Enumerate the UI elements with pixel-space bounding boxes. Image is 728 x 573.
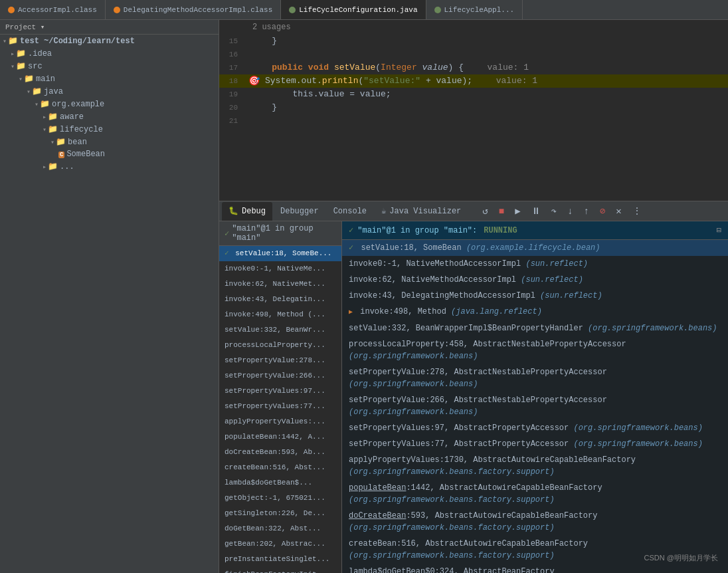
stack-item-1[interactable]: invoke0:-1, NativeMe... [219, 261, 341, 277]
stack-item-4[interactable]: invoke:498, Method (... [219, 307, 341, 322]
detail-entry-8[interactable]: setPropertyValue:266, AbstractNestablePr… [342, 392, 728, 420]
watermark-text: CSDN @明明如月学长 [644, 554, 718, 562]
detail-entry-11[interactable]: applyPropertyValues:1730, AbstractAutowi… [342, 452, 728, 480]
stack-item-19[interactable]: getBean:202, Abstrac... [219, 536, 341, 552]
tree-org-example[interactable]: ▾ 📁 org.example [0, 98, 219, 110]
stack-item-16[interactable]: getObject:-1, 675021... [219, 491, 341, 506]
detail-entry-15[interactable]: lambda$doGetBean$0:324, AbstractBeanFact… [342, 564, 728, 573]
detail-entry-5[interactable]: setValue:332, BeanWrapperImpl$BeanProper… [342, 320, 728, 336]
detail-method-3: invoke:43, DelegatingMethodAccessorImpl [349, 291, 540, 300]
stack-item-3[interactable]: invoke:43, Delegatin... [219, 292, 341, 307]
thread-header-label: "main"@1 in group "main" [232, 224, 336, 243]
detail-method-9: setPropertyValues:97, AbstractPropertyAc… [349, 423, 573, 433]
restart-button[interactable]: ↺ [480, 204, 490, 218]
tab-debug[interactable]: 🐛 Debug [222, 202, 272, 221]
tab-lifecycle-app[interactable]: LifecycleAppl... [426, 0, 523, 20]
tree-root[interactable]: ▾ 📁 test ~/Coding/learn/test [0, 35, 219, 47]
stack-item-11[interactable]: applyPropertyValues:... [219, 414, 341, 429]
tab-icon-delegating [114, 7, 120, 13]
stop-button[interactable]: ■ [496, 205, 507, 218]
stack-item-5[interactable]: setValue:332, BeanWr... [219, 322, 341, 338]
settings-button[interactable]: ⋮ [630, 204, 644, 218]
clear-button[interactable]: ✕ [613, 204, 624, 218]
tree-idea[interactable]: ▸ 📁 .idea [0, 47, 219, 60]
tree-somebean[interactable]: C SomeBean [0, 148, 219, 160]
tab-delegating[interactable]: DelegatingMethodAccessorImpl.class [106, 0, 281, 20]
stack-item-12[interactable]: populateBean:1442, A... [219, 429, 341, 445]
tree-aware[interactable]: ▸ 📁 aware [0, 110, 219, 123]
detail-entry-0[interactable]: ✓ setValue:18, SomeBean (org.example.lif… [342, 240, 728, 256]
tree-src[interactable]: ▾ 📁 src [0, 60, 219, 72]
tab-accessor[interactable]: AccessorImpl.class [0, 0, 106, 20]
tab-lifecycle-config[interactable]: LifeCycleConfiguration.java [281, 0, 426, 20]
tab-java-visualizer[interactable]: ☕ Java Visualizer [375, 202, 468, 221]
stack-item-6[interactable]: processLocalProperty... [219, 338, 341, 353]
pause-button[interactable]: ⏸ [529, 205, 543, 218]
code-line-20: 20 } [219, 101, 728, 114]
stack-item-21[interactable]: finishBeanFactoryInit... [219, 567, 341, 573]
step-into-button[interactable]: ↓ [565, 205, 575, 218]
stack-item-18[interactable]: doGetBean:322, Abst... [219, 521, 341, 536]
tab-label-accessor: AccessorImpl.class [18, 6, 97, 14]
detail-method-13: doCreateBean:593, AbstractAutowireCapabl… [349, 511, 597, 520]
stack-item-9[interactable]: setPropertyValues:97... [219, 384, 341, 399]
stack-item-20[interactable]: preInstantiateSinglet... [219, 552, 341, 567]
stack-list: ✓ "main"@1 in group "main" ✓ setValue:18… [219, 221, 342, 573]
line-content-15: } [246, 35, 728, 48]
tree-java[interactable]: ▾ 📁 java [0, 85, 219, 98]
folder-icon-main: 📁 [24, 74, 34, 84]
stack-item-14[interactable]: createBean:516, Abst... [219, 460, 341, 475]
stack-item-7[interactable]: setPropertyValue:278... [219, 353, 341, 368]
project-header-label: Project ▾ [5, 23, 45, 31]
detail-method-10: setPropertyValues:77, AbstractPropertyAc… [349, 439, 573, 449]
detail-method-5: setValue:332, BeanWrapperImpl$BeanProper… [349, 324, 588, 333]
detail-entry-12[interactable]: populateBean:1442, AbstractAutowireCapab… [342, 480, 728, 508]
detail-entry-6[interactable]: processLocalProperty:458, AbstractNestab… [342, 336, 728, 364]
detail-entry-4[interactable]: ▶ invoke:498, Method (java.lang.reflect) [342, 304, 728, 320]
stack-label-19: getBean:202, Abstrac... [225, 540, 325, 548]
detail-entry-1[interactable]: invoke0:-1, NativeMethodAccessorImpl (su… [342, 256, 728, 272]
debugger-tab-label: Debugger [280, 207, 319, 216]
detail-pkg-4: (java.lang.reflect) [451, 307, 542, 316]
mute-breakpoints-button[interactable]: ⊘ [597, 204, 608, 218]
filter-icon[interactable]: ⊟ [717, 225, 721, 235]
stack-item-15[interactable]: lambda$doGetBean$... [219, 475, 341, 491]
stack-item-8[interactable]: setPropertyValue:266... [219, 368, 341, 384]
stack-item-0[interactable]: ✓ setValue:18, SomeBe... [219, 246, 341, 261]
line-content-19: this.value = value; [246, 88, 728, 101]
folder-icon-more: 📁 [48, 162, 58, 172]
stack-item-2[interactable]: invoke:62, NativeMet... [219, 277, 341, 292]
code-line-21: 21 [219, 114, 728, 128]
detail-entry-13[interactable]: doCreateBean:593, AbstractAutowireCapabl… [342, 508, 728, 536]
console-tab-label: Console [333, 207, 367, 216]
detail-pkg-3: (sun.reflect) [540, 291, 602, 300]
tab-label-lifecycle-config: LifeCycleConfiguration.java [299, 6, 417, 14]
project-header[interactable]: Project ▾ [0, 20, 219, 35]
watermark: CSDN @明明如月学长 [644, 553, 718, 563]
step-over-button[interactable]: ↷ [549, 204, 559, 218]
detail-entry-2[interactable]: invoke:62, NativeMethodAccessorImpl (sun… [342, 272, 728, 288]
stack-item-10[interactable]: setPropertyValues:77... [219, 399, 341, 414]
detail-entry-10[interactable]: setPropertyValues:77, AbstractPropertyAc… [342, 436, 728, 452]
tab-debugger[interactable]: Debugger [274, 202, 325, 221]
detail-entry-9[interactable]: setPropertyValues:97, AbstractPropertyAc… [342, 420, 728, 436]
code-editor: 2 usages 15 } 16 17 public void setValue… [219, 20, 728, 201]
stack-label-6: processLocalProperty... [225, 341, 325, 349]
tree-more[interactable]: ▸ 📁 ... [0, 160, 219, 173]
step-out-button[interactable]: ↑ [581, 205, 591, 218]
detail-entry-7[interactable]: setPropertyValue:278, AbstractNestablePr… [342, 364, 728, 392]
folder-icon-java: 📁 [32, 86, 42, 96]
tree-main[interactable]: ▾ 📁 main [0, 72, 219, 85]
resume-button[interactable]: ▶ [512, 204, 523, 218]
tree-lifecycle[interactable]: ▾ 📁 lifecycle [0, 123, 219, 136]
idea-label: .idea [28, 49, 52, 58]
stack-label-1: invoke0:-1, NativeMe... [225, 265, 325, 273]
tab-console[interactable]: Console [327, 202, 373, 221]
folder-icon-aware: 📁 [48, 112, 58, 122]
stack-item-13[interactable]: doCreateBean:593, Ab... [219, 445, 341, 460]
tree-bean[interactable]: ▾ 📁 bean [0, 136, 219, 148]
stack-label-18: doGetBean:322, Abst... [225, 524, 321, 532]
detail-pkg-12: (org.springframework.beans.factory.suppo… [349, 495, 555, 505]
detail-entry-3[interactable]: invoke:43, DelegatingMethodAccessorImpl … [342, 288, 728, 304]
stack-item-17[interactable]: getSingleton:226, De... [219, 506, 341, 521]
